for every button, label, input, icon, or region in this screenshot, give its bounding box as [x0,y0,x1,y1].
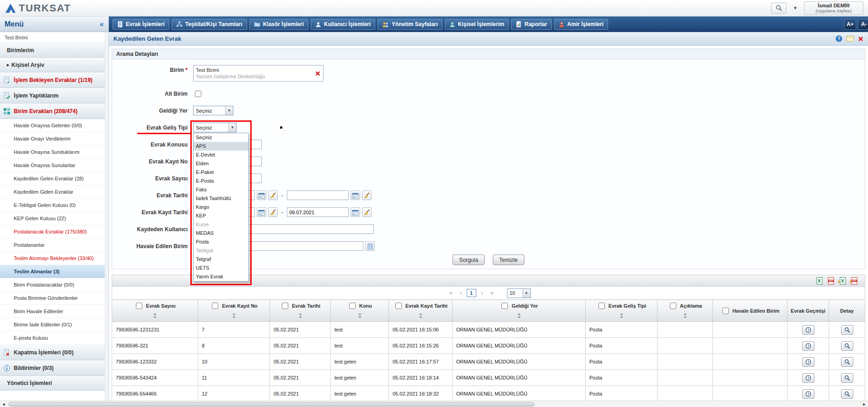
sidebar-collapse-icon[interactable]: « [100,20,104,28]
horizontal-scrollbar[interactable]: ◄ ► [0,401,868,407]
evrak-tarihi-end-input[interactable] [287,190,349,200]
sort-control[interactable] [587,312,656,320]
detay-button[interactable] [841,373,853,383]
dropdown-option[interactable]: E-Devlet [194,151,248,159]
dropdown-option[interactable]: E-Paket [194,168,248,177]
last-page-button[interactable]: » [488,289,496,297]
clear-date-button[interactable] [362,190,372,200]
column-checkbox[interactable] [670,303,676,309]
evrak-gecmisi-button[interactable] [802,341,814,351]
dropdown-option[interactable]: MEDAS [194,229,248,238]
dropdown-option[interactable]: Yarım Evrak [194,272,248,281]
dropdown-option[interactable]: Kurye [194,220,248,229]
dropdown-option[interactable]: APS [194,142,248,151]
user-info-box[interactable]: İsmail DEMİR (Uygulama Sayfası) [804,1,863,15]
sidebar-item[interactable]: E-posta Kutusu [0,331,105,345]
sidebar-item[interactable]: Kaydedilen Giden Evraklar [0,185,105,199]
sidebar-item[interactable]: Birim Evrakları (208/474) [0,103,105,119]
sidebar-item[interactable]: Birim Havale Edilenler [0,305,105,318]
sort-control[interactable] [658,312,712,320]
calendar-button[interactable] [350,190,360,200]
sidebar-item[interactable]: Yönetici İşlemleri [0,376,105,391]
sidebar-item[interactable]: Postalanacak Evraklar (175/380) [0,225,105,239]
sidebar-item[interactable]: Birim Postalanacaklar (0/0) [0,278,105,292]
sidebar-item[interactable]: ▸Kişisel Arşiv [0,58,105,72]
menubar-item[interactable]: Evrak İşlemleri [113,19,169,30]
previous-page-button[interactable]: ‹ [457,289,465,297]
user-menu-caret-button[interactable]: ▼ [791,4,799,12]
evrak-kayit-tarihi-end-input[interactable] [287,207,349,217]
sort-control[interactable] [199,312,269,320]
clear-date-button[interactable] [268,190,278,200]
menubar-item[interactable]: Yönetim Sayfaları [377,19,442,30]
sidebar-item[interactable]: Havale Onayına Sunduklarım [0,146,105,159]
dropdown-option[interactable]: UETS [194,264,248,272]
help-icon[interactable]: ? [836,35,842,42]
sort-control[interactable] [271,312,329,320]
sidebar-scrollbar[interactable] [105,32,108,401]
next-page-button[interactable]: › [478,289,486,297]
sidebar-item[interactable]: Havale Onayına Gelenler (0/0) [0,119,105,132]
dropdown-option[interactable]: Posta [194,238,248,246]
sidebar-item[interactable]: Kaydedilen Gelen Evraklar (28) [0,172,105,185]
dropdown-option[interactable]: KEP [194,212,248,220]
unit-picker-button[interactable] [365,241,375,251]
excel-export-icon[interactable] [815,277,823,285]
calendar-button[interactable] [350,207,360,217]
dropdown-option[interactable]: Faks [194,185,248,194]
sidebar-item[interactable]: Birime İade Edilenler (0/1) [0,318,105,331]
clear-date-button[interactable] [268,207,278,217]
sort-control[interactable] [453,312,584,320]
geldigi-yer-select[interactable]: Seçiniz ▼ [193,106,233,115]
dropdown-option[interactable]: Elden [194,159,248,168]
detay-button[interactable] [841,357,853,367]
first-page-button[interactable]: « [447,289,455,297]
dropdown-option[interactable]: Tebligat [194,246,248,255]
calendar-button[interactable] [257,190,266,200]
calendar-button[interactable] [257,207,266,217]
dropdown-option[interactable]: Telgraf [194,255,248,264]
dropdown-option[interactable]: Seçiniz [194,133,248,142]
current-page-button[interactable]: 1 [467,289,476,297]
clear-date-button[interactable] [362,207,372,217]
table-row[interactable]: 79936596-5434241105.02.2021test gelen05.… [112,370,865,386]
font-increase-button[interactable]: A+ [844,19,856,30]
table-row[interactable]: 79936596-321805.02.2021test05.02.2021 16… [112,338,865,354]
dropdown-option[interactable]: İadeli Taahhütlü [194,194,248,203]
table-row[interactable]: 79936596-5544661205.02.2021test gelen05.… [112,386,865,401]
sidebar-item[interactable]: İşlem Bekleyen Evraklar (1/19) [0,72,105,88]
scrollbar-thumb[interactable] [8,402,534,407]
font-decrease-button[interactable]: A- [858,19,868,30]
detay-button[interactable] [841,389,853,399]
sidebar-item[interactable]: Bildirimler (0/3) [0,360,105,376]
table-row[interactable]: 79936596-1231231705.02.2021test05.02.202… [112,322,865,338]
column-checkbox[interactable] [282,303,288,309]
table-row[interactable]: 79936596-1233321005.02.2021test gelen05.… [112,354,865,370]
evrak-gecmisi-button[interactable] [802,373,814,383]
column-checkbox[interactable] [598,303,605,309]
clear-birim-icon[interactable] [315,71,321,76]
birim-field[interactable]: Test Birimi Yazılım Geliştirme Direktörl… [193,65,323,81]
global-search-button[interactable] [771,3,787,14]
detay-button[interactable] [841,341,853,351]
sidebar-item[interactable]: Kapatma İşlemleri (0/0) [0,345,105,360]
menubar-item[interactable]: Amir İşlemleri [554,19,608,30]
sorgula-button[interactable]: Sorgula [453,255,484,265]
sidebar-item[interactable]: Havale Onayına Sunulanlar [0,159,105,172]
pdf-export-icon[interactable]: PDF [826,277,835,285]
page-size-select[interactable]: 10 ▼ [507,288,531,298]
close-icon[interactable] [858,36,863,42]
column-checkbox[interactable] [349,303,356,309]
evrak-gecmisi-button[interactable] [802,357,814,367]
column-checkbox[interactable] [395,303,402,309]
sidebar-item[interactable]: Teslim Alınanlar (3) [0,265,105,278]
temizle-button[interactable]: Temizle [493,255,524,265]
pdf-page-export-icon[interactable]: PDF [849,277,857,285]
scroll-left-icon[interactable]: ◄ [0,401,7,407]
feedback-icon[interactable] [846,36,854,42]
menubar-item[interactable]: Klasör İşlemleri [249,19,308,30]
column-checkbox[interactable] [722,308,729,314]
sidebar-item[interactable]: Birimlerim [0,43,105,58]
evrak-gecmisi-button[interactable] [802,325,814,335]
sidebar-item[interactable]: Posta Birimine Gönderilenler [0,292,105,305]
